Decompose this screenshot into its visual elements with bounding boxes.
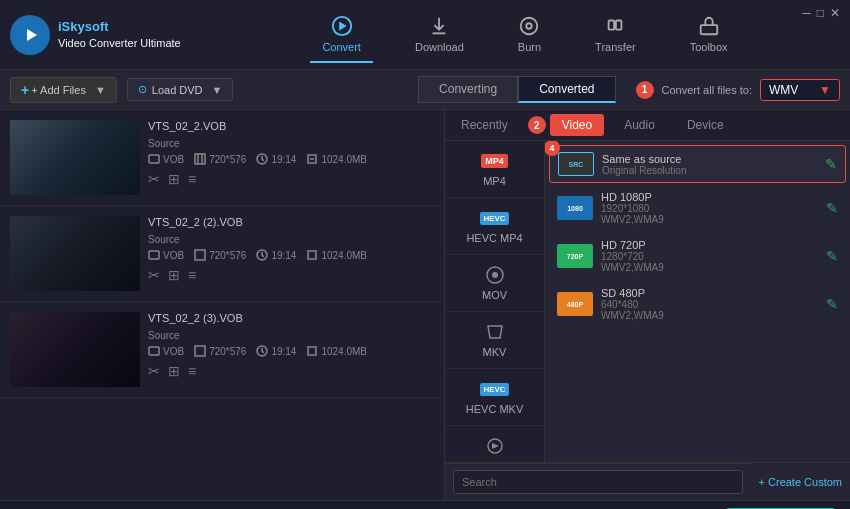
meta-resolution: 720*576 <box>194 249 246 261</box>
video-actions: ✂ ⊞ ≡ <box>148 267 434 283</box>
close-icon[interactable]: ✕ <box>830 6 840 20</box>
toolbar: + + Add Files ▼ ⊙ Load DVD ▼ Converting … <box>0 70 850 110</box>
minimize-icon[interactable]: ─ <box>802 6 811 20</box>
format-content: MP4 MP4 HEVC HEVC MP4 MOV <box>445 141 850 462</box>
converted-tab[interactable]: Converted <box>518 76 615 103</box>
video-meta: VOB 720*576 19:14 1024.0MB <box>148 153 434 165</box>
maximize-icon[interactable]: □ <box>817 6 824 20</box>
mode-tabs: Converting Converted <box>418 76 615 103</box>
video-thumbnail <box>10 312 140 387</box>
crop-icon[interactable]: ⊞ <box>168 363 180 379</box>
app-logo <box>10 15 50 55</box>
step1-badge: 1 <box>636 81 654 99</box>
convert-all-bar: 1 Convert all files to: WMV ▼ <box>636 79 840 101</box>
meta-size: 1024.0MB <box>306 153 367 165</box>
1080-resolution-icon: 1080 <box>557 196 593 220</box>
tab-device[interactable]: Device <box>671 110 740 140</box>
format-panel: Recently 2 Video Audio Device MP4 MP4 HE… <box>445 110 850 500</box>
tab-audio[interactable]: Audio <box>608 110 671 140</box>
video-info: VTS_02_2 (2).VOB Source VOB 720*576 19:1… <box>148 216 434 283</box>
convert-all-label: Convert all files to: <box>662 84 752 96</box>
svg-rect-6 <box>616 20 622 29</box>
480-resolution-icon: 480P <box>557 292 593 316</box>
format-item-mov[interactable]: MOV <box>445 255 544 312</box>
svg-point-4 <box>527 23 533 29</box>
converting-tab[interactable]: Converting <box>418 76 518 103</box>
format-item-hevc-mp4[interactable]: HEVC HEVC MP4 <box>445 198 544 255</box>
step2-badge: 2 <box>528 116 546 134</box>
meta-duration: 19:14 <box>256 153 296 165</box>
settings-icon[interactable]: ≡ <box>188 171 196 187</box>
video-item: VTS_02_2.VOB Source VOB 720*576 19:14 <box>0 110 444 206</box>
tab-video[interactable]: Video <box>550 114 604 136</box>
edit-resolution-icon[interactable]: ✎ <box>826 296 838 312</box>
cut-icon[interactable]: ✂ <box>148 171 160 187</box>
format-item-avi[interactable]: AVI <box>445 426 544 462</box>
resolution-list: 4 SRC Same as source Original Resolution… <box>545 141 850 462</box>
svg-rect-14 <box>195 250 205 260</box>
load-dvd-button[interactable]: ⊙ Load DVD ▼ <box>127 78 234 101</box>
hevc-mkv-icon: HEVC <box>481 379 509 399</box>
resolution-sd480[interactable]: 480P SD 480P 640*480WMV2,WMA9 ✎ <box>549 281 846 327</box>
meta-format: VOB <box>148 249 184 261</box>
crop-icon[interactable]: ⊞ <box>168 171 180 187</box>
mp4-icon: MP4 <box>481 151 509 171</box>
tab-recently[interactable]: Recently <box>445 110 524 140</box>
meta-size: 1024.0MB <box>306 249 367 261</box>
create-custom-button[interactable]: + Create Custom <box>751 472 850 492</box>
nav-tab-download[interactable]: Download <box>403 7 476 63</box>
step2-area: 2 Video <box>524 110 608 140</box>
src-resolution-icon: SRC <box>558 152 594 176</box>
format-item-mp4[interactable]: MP4 MP4 <box>445 141 544 198</box>
brand-name: iSkysoft <box>58 19 181 36</box>
video-thumbnail <box>10 216 140 291</box>
meta-resolution: 720*576 <box>194 153 246 165</box>
video-list: VTS_02_2.VOB Source VOB 720*576 19:14 <box>0 110 445 500</box>
svg-marker-22 <box>492 443 499 449</box>
svg-marker-0 <box>27 29 37 41</box>
add-files-button[interactable]: + + Add Files ▼ <box>10 77 117 103</box>
edit-resolution-icon[interactable]: ✎ <box>826 248 838 264</box>
main-content: VTS_02_2.VOB Source VOB 720*576 19:14 <box>0 110 850 500</box>
format-select-dropdown[interactable]: WMV ▼ <box>760 79 840 101</box>
svg-rect-5 <box>609 20 615 29</box>
nav-tab-transfer[interactable]: Transfer <box>583 7 648 63</box>
cut-icon[interactable]: ✂ <box>148 363 160 379</box>
format-item-mkv[interactable]: MKV <box>445 312 544 369</box>
nav-tab-convert[interactable]: Convert <box>310 7 373 63</box>
settings-icon[interactable]: ≡ <box>188 363 196 379</box>
format-list: MP4 MP4 HEVC HEVC MP4 MOV <box>445 141 545 462</box>
video-meta: VOB 720*576 19:14 1024.0MB <box>148 249 434 261</box>
hevc-mp4-icon: HEVC <box>481 208 509 228</box>
bottom-bar: 🕐 ⚡ Output H:\iSkysoft Video Converter U… <box>0 500 850 509</box>
nav-tab-burn[interactable]: Burn <box>506 7 553 63</box>
mov-icon <box>481 265 509 285</box>
video-info: VTS_02_2.VOB Source VOB 720*576 19:14 <box>148 120 434 187</box>
format-search <box>445 463 751 500</box>
meta-duration: 19:14 <box>256 249 296 261</box>
svg-marker-2 <box>339 21 346 30</box>
resolution-hd720[interactable]: 720P HD 720P 1280*720WMV2,WMA9 ✎ <box>549 233 846 279</box>
svg-rect-17 <box>195 346 205 356</box>
search-input[interactable] <box>453 470 743 494</box>
cut-icon[interactable]: ✂ <box>148 267 160 283</box>
meta-format: VOB <box>148 345 184 357</box>
video-name: VTS_02_2.VOB <box>148 120 434 132</box>
resolution-hd1080[interactable]: 1080 HD 1080P 1920*1080WMV2,WMA9 ✎ <box>549 185 846 231</box>
crop-icon[interactable]: ⊞ <box>168 267 180 283</box>
source-label: Source <box>148 330 434 341</box>
meta-format: VOB <box>148 153 184 165</box>
resolution-info: SD 480P 640*480WMV2,WMA9 <box>601 287 818 321</box>
meta-size: 1024.0MB <box>306 345 367 357</box>
resolution-same-as-source[interactable]: 4 SRC Same as source Original Resolution… <box>549 145 846 183</box>
nav-tab-toolbox[interactable]: Toolbox <box>678 7 740 63</box>
settings-icon[interactable]: ≡ <box>188 267 196 283</box>
video-name: VTS_02_2 (2).VOB <box>148 216 434 228</box>
format-panel-tabs: Recently 2 Video Audio Device <box>445 110 850 141</box>
edit-resolution-icon[interactable]: ✎ <box>825 156 837 172</box>
resolution-info: Same as source Original Resolution <box>602 153 817 176</box>
svg-rect-8 <box>149 155 159 163</box>
edit-resolution-icon[interactable]: ✎ <box>826 200 838 216</box>
video-item: VTS_02_2 (3).VOB Source VOB 720*576 19:1… <box>0 302 444 398</box>
format-item-hevc-mkv[interactable]: HEVC HEVC MKV <box>445 369 544 426</box>
